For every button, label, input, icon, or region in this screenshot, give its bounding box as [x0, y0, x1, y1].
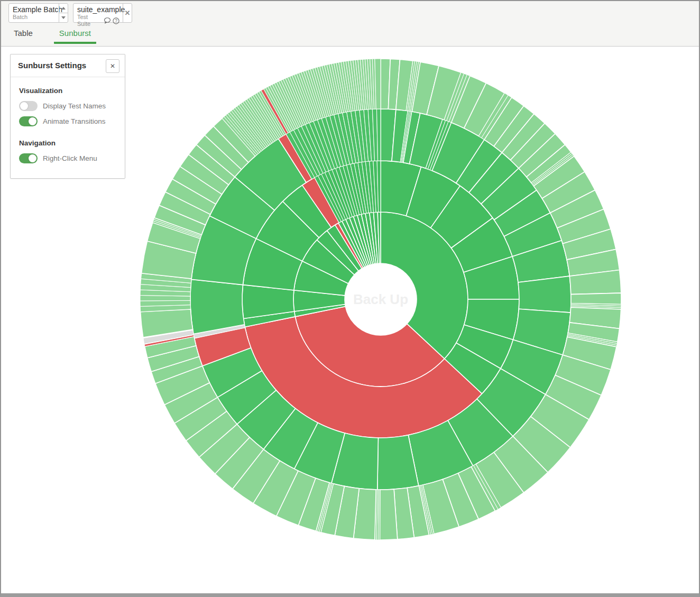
chevron-up-icon — [61, 7, 66, 10]
section-visualization: Visualization — [19, 87, 116, 95]
suite-subtitle: Test Suite — [77, 14, 102, 27]
chevron-down-icon — [61, 16, 66, 19]
close-icon: ✕ — [125, 9, 131, 17]
close-icon: ✕ — [110, 62, 115, 70]
animate-transitions-label: Animate Transitions — [43, 117, 106, 125]
header: Example Batch Batch suite_example Test S… — [1, 1, 699, 47]
svg-text:Back Up: Back Up — [353, 291, 408, 307]
tab-sunburst[interactable]: Sunburst — [54, 26, 96, 44]
batch-card[interactable]: Example Batch Batch — [8, 3, 68, 23]
toggle-row-right-click-menu: Right-Click Menu — [19, 153, 116, 163]
suite-close-button[interactable]: ✕ — [123, 4, 132, 22]
suite-title: suite_example — [77, 5, 119, 14]
app-window: Example Batch Batch suite_example Test S… — [0, 0, 700, 597]
display-test-names-toggle[interactable] — [19, 101, 38, 111]
suite-card[interactable]: suite_example Test Suite ? — [73, 3, 132, 23]
toggle-row-display-test-names: Display Test Names — [19, 101, 116, 111]
sunburst-segment[interactable] — [380, 489, 397, 540]
toggle-knob — [20, 102, 28, 110]
back-up-button[interactable]: Back Up — [345, 263, 417, 335]
sunburst-settings-panel: Sunburst Settings ✕ Visualization Displa… — [10, 54, 125, 179]
tab-bar: Table Sunburst — [8, 26, 96, 44]
display-test-names-label: Display Test Names — [43, 102, 106, 110]
settings-panel-header: Sunburst Settings ✕ — [11, 54, 125, 77]
batch-spin-up-button[interactable] — [59, 4, 68, 13]
toggle-knob — [29, 154, 36, 162]
sunburst-segment[interactable] — [190, 279, 244, 334]
toggle-knob — [29, 117, 36, 125]
settings-panel-title: Sunburst Settings — [18, 61, 86, 70]
animate-transitions-toggle[interactable] — [19, 116, 38, 126]
batch-subtitle: Batch — [13, 14, 27, 21]
comment-icon[interactable] — [104, 17, 111, 24]
toggle-row-animate-transitions: Animate Transitions — [19, 116, 116, 126]
content-area: Back Up Sunburst Settings ✕ Visualizatio… — [1, 47, 699, 593]
sunburst-segment[interactable] — [375, 59, 381, 109]
sunburst-segment[interactable] — [571, 293, 621, 304]
tab-table[interactable]: Table — [8, 26, 38, 44]
batch-spinner — [59, 4, 68, 22]
settings-close-button[interactable]: ✕ — [106, 59, 119, 73]
batch-title: Example Batch — [13, 5, 56, 14]
sunburst-segment[interactable] — [518, 276, 571, 313]
help-icon[interactable]: ? — [113, 17, 119, 24]
svg-text:?: ? — [115, 18, 117, 23]
right-click-menu-label: Right-Click Menu — [43, 154, 97, 162]
right-click-menu-toggle[interactable] — [19, 153, 38, 163]
section-navigation: Navigation — [19, 139, 116, 147]
batch-spin-down-button[interactable] — [59, 13, 68, 22]
